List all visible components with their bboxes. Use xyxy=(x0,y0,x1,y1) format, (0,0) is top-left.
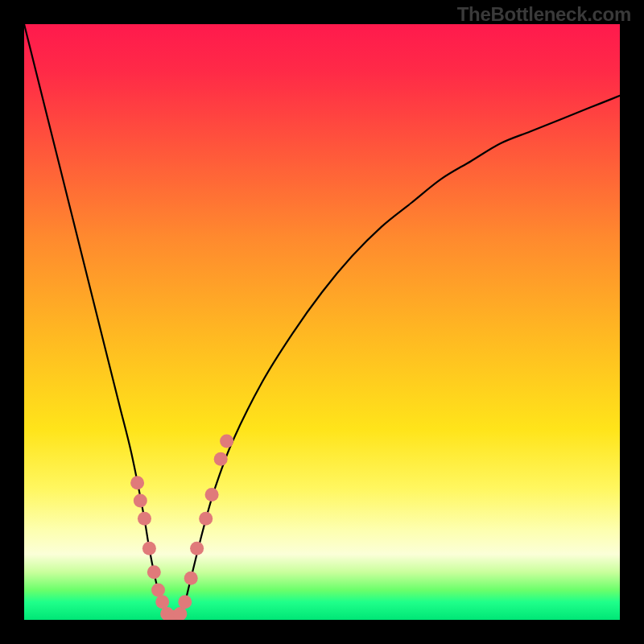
data-point-marker xyxy=(147,565,161,579)
chart-frame: TheBottleneck.com xyxy=(0,0,644,644)
data-point-marker xyxy=(190,542,204,555)
data-point-marker xyxy=(173,607,187,620)
data-point-marker xyxy=(155,595,169,609)
data-point-marker xyxy=(178,595,192,609)
chart-svg xyxy=(24,24,620,620)
data-point-marker xyxy=(134,494,147,508)
bottleneck-curve xyxy=(24,24,620,620)
data-point-marker xyxy=(199,512,213,526)
plot-area xyxy=(24,24,620,620)
data-point-marker xyxy=(220,435,233,448)
data-point-marker xyxy=(138,512,151,526)
data-point-marker xyxy=(214,452,228,466)
data-point-marker xyxy=(130,476,144,489)
data-point-marker xyxy=(151,584,165,597)
brand-watermark: TheBottleneck.com xyxy=(457,3,631,26)
data-point-marker xyxy=(142,542,156,555)
data-point-marker xyxy=(184,572,198,585)
data-point-marker xyxy=(205,488,219,502)
